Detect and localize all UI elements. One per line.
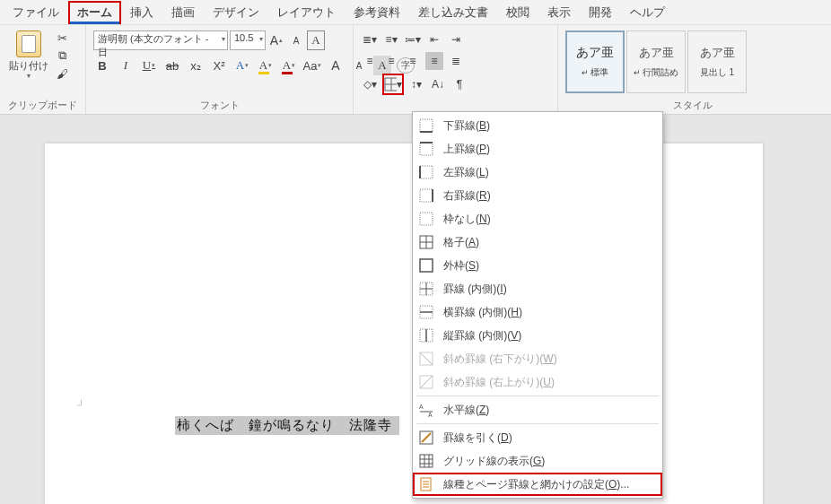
menu-draw[interactable]: 描画 [162, 1, 204, 24]
font-size-combo[interactable]: 10.5▾ [230, 30, 266, 50]
dropdown-item-label: 横罫線 (内側)(H) [443, 305, 522, 320]
char-border-btn[interactable]: A [307, 30, 325, 50]
numbering-btn[interactable]: ≡▾ [382, 30, 400, 48]
subscript-btn[interactable]: x₂ [187, 56, 205, 75]
dropdown-item-label: 上罫線(P) [443, 142, 490, 157]
dropdown-item-hline[interactable]: AA水平線(Z) [413, 398, 662, 421]
strike-btn[interactable]: ab [163, 56, 181, 75]
shrink-font-btn[interactable]: A [287, 30, 305, 50]
grow-font-btn[interactable]: A▴ [267, 30, 285, 50]
cut-icon[interactable]: ✂ [54, 30, 70, 45]
paste-button[interactable]: 貼り付け ▼ [5, 29, 52, 81]
style-sample-0: あア亜 [576, 45, 614, 61]
border-none-iconwrap [418, 211, 434, 227]
group-clipboard: 貼り付け ▼ ✂ ⧉ 🖌 クリップボード [0, 25, 86, 114]
border-out-iconwrap [418, 257, 434, 274]
font-color-btn[interactable]: A▾ [280, 56, 298, 75]
dropdown-item-border-all[interactable]: 格子(A) [413, 230, 662, 254]
border-all-icon [419, 235, 433, 249]
style-corner-0: ↵ [582, 68, 589, 77]
text-effects-btn[interactable]: A▾ [233, 56, 251, 75]
dropdown-item-grid[interactable]: グリッド線の表示(G) [413, 449, 662, 473]
highlight-color-btn[interactable]: A▾ [257, 56, 275, 75]
dropdown-item-border-bottom[interactable]: 下罫線(B) [413, 114, 662, 137]
dropdown-item-border-right[interactable]: 右罫線(R) [413, 184, 662, 207]
style-normal[interactable]: あア亜 ↵標準 [565, 30, 625, 93]
font-name-combo[interactable]: 游明朝 (本文のフォント - 日▾ [93, 30, 228, 50]
menu-home[interactable]: ホーム [68, 1, 121, 24]
copy-icon[interactable]: ⧉ [54, 48, 70, 63]
dropdown-item-border-left[interactable]: 左罫線(L) [413, 161, 662, 184]
underline-btn[interactable]: U▾ [140, 56, 158, 75]
border-right-icon [419, 188, 433, 203]
clipboard-body: 貼り付け ▼ ✂ ⧉ 🖌 [5, 29, 80, 81]
dropdown-item-border-inh[interactable]: 横罫線 (内側)(H) [413, 300, 662, 324]
align-left-btn[interactable]: ≡ [361, 52, 379, 70]
style-h1[interactable]: あア亜 見出し 1 [687, 30, 747, 93]
dropdown-item-label: 斜め罫線 (右上がり)(U) [443, 375, 555, 390]
settings-iconwrap [418, 476, 434, 492]
menu-mailmerge[interactable]: 差し込み文書 [409, 1, 497, 24]
svg-rect-11 [420, 213, 433, 225]
change-case-btn[interactable]: Aa▾ [303, 56, 321, 75]
italic-btn[interactable]: I [117, 56, 135, 75]
dropdown-item-label: 右罫線(R) [443, 188, 491, 204]
svg-rect-15 [420, 259, 433, 272]
shading-btn[interactable]: ◇▾ [361, 75, 379, 93]
align-right-btn[interactable]: ≡ [404, 52, 422, 70]
menu-design[interactable]: デザイン [204, 1, 268, 24]
menu-insert[interactable]: 挿入 [121, 1, 162, 24]
menu-layout[interactable]: レイアウト [268, 1, 345, 24]
border-inv-iconwrap [418, 327, 434, 343]
selected-text[interactable]: 柿くへば 鐘が鳴るなり 法隆寺 [175, 416, 399, 435]
menu-view[interactable]: 表示 [538, 1, 580, 24]
char-grow-btn[interactable]: A [327, 56, 345, 75]
dropdown-item-label: 枠なし(N) [443, 212, 491, 227]
menu-review[interactable]: 校閲 [497, 1, 538, 24]
borders-btn[interactable]: ▾ [384, 75, 402, 93]
dropdown-item-diag-up: 斜め罫線 (右上がり)(U) [413, 370, 662, 394]
menu-help[interactable]: ヘルプ [621, 1, 674, 24]
show-marks-btn[interactable]: ¶ [450, 75, 468, 93]
dropdown-item-settings[interactable]: 線種とページ罫線と網かけの設定(O)... [413, 473, 662, 496]
distribute-btn[interactable]: ≣ [447, 52, 465, 70]
hline-icon: AA [419, 403, 433, 417]
line-spacing-btn[interactable]: ↕▾ [407, 75, 425, 93]
multilevel-btn[interactable]: ≔▾ [404, 30, 422, 48]
font-color-bar [282, 72, 293, 74]
dropdown-item-label: 斜め罫線 (右下がり)(W) [443, 352, 557, 367]
svg-rect-9 [420, 189, 433, 202]
bullets-btn[interactable]: ≣▾ [361, 30, 379, 48]
border-left-icon [419, 165, 433, 179]
menu-file[interactable]: ファイル [4, 1, 68, 24]
style-nospace[interactable]: あア亜 ↵行間詰め [626, 30, 686, 93]
increase-indent-btn[interactable]: ⇥ [447, 30, 465, 48]
dropdown-item-border-top[interactable]: 上罫線(P) [413, 137, 662, 161]
decrease-indent-btn[interactable]: ⇤ [425, 30, 443, 48]
border-none-icon [419, 212, 433, 226]
dropdown-separator [416, 395, 659, 396]
dropdown-item-draw[interactable]: 罫線を引く(D) [413, 426, 662, 449]
group-paragraph: ≣▾ ≡▾ ≔▾ ⇤ ⇥ ≡ ≡ ≡ ≡ ≣ ◇▾ ▾ [354, 25, 558, 114]
draw-iconwrap [418, 430, 434, 446]
dropdown-item-label: 下罫線(B) [443, 118, 490, 134]
dropdown-item-label: 外枠(S) [443, 258, 479, 274]
bold-btn[interactable]: B [93, 56, 111, 75]
group-font-label: フォント [92, 97, 347, 112]
border-inh-iconwrap [418, 304, 434, 320]
format-painter-icon[interactable]: 🖌 [54, 66, 70, 81]
menu-references[interactable]: 参考資料 [345, 1, 409, 24]
dropdown-item-border-inv[interactable]: 縦罫線 (内側)(V) [413, 324, 662, 347]
sort-btn[interactable]: A↓ [429, 75, 447, 93]
superscript-btn[interactable]: X² [210, 56, 228, 75]
dropdown-item-label: グリッド線の表示(G) [443, 454, 545, 469]
dropdown-item-border-none[interactable]: 枠なし(N) [413, 207, 662, 230]
menu-developer[interactable]: 開発 [580, 1, 621, 24]
align-justify-btn[interactable]: ≡ [425, 52, 443, 70]
dropdown-item-border-out[interactable]: 外枠(S) [413, 254, 662, 277]
style-sample-2: あア亜 [700, 45, 735, 61]
border-top-icon [419, 142, 433, 156]
dropdown-item-border-in[interactable]: 罫線 (内側)(I) [413, 277, 662, 300]
align-center-btn[interactable]: ≡ [382, 52, 400, 70]
border-top-iconwrap [418, 141, 434, 157]
